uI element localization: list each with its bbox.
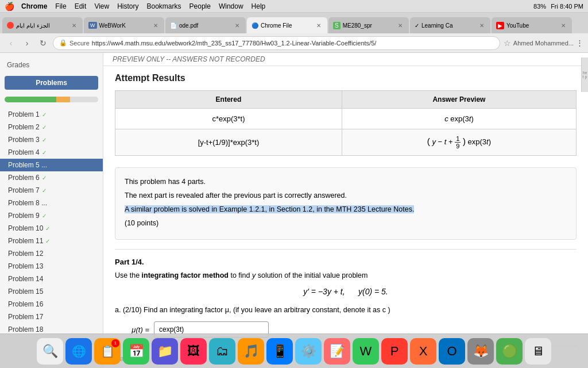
tab-youtube[interactable]: ▶ YouTube ✕ bbox=[492, 17, 572, 33]
dock-icon13[interactable]: P bbox=[381, 338, 408, 365]
menu-dots[interactable]: ⋮ bbox=[576, 39, 583, 47]
reload-button[interactable]: ↻ bbox=[37, 37, 49, 49]
dock-icon9[interactable]: 📱 bbox=[266, 338, 293, 365]
forward-button[interactable]: › bbox=[21, 37, 33, 49]
menu-edit[interactable]: Edit bbox=[75, 2, 87, 10]
tab-me280[interactable]: S ME280_spr ✕ bbox=[328, 17, 409, 33]
problems-button[interactable]: Problems bbox=[5, 76, 98, 90]
menubar: 🍎 Chrome File Edit View History Bookmark… bbox=[0, 0, 588, 13]
tab-chrome-file[interactable]: 🔵 Chrome File ✕ bbox=[247, 17, 327, 33]
sidebar-item-problem5[interactable]: Problem 5 ... bbox=[0, 159, 103, 171]
problem7-label: Problem 7 bbox=[8, 186, 40, 194]
problem15-label: Problem 15 bbox=[8, 288, 43, 296]
dock-icon5[interactable]: 📁 bbox=[152, 338, 178, 365]
sidebar-item-problem4[interactable]: Problem 4 ✓ bbox=[0, 146, 103, 159]
part1-desc: Use the integrating factor method to fin… bbox=[115, 270, 577, 281]
sidebar-item-problem8[interactable]: Problem 8 ... bbox=[0, 197, 103, 209]
url-box[interactable]: 🔒 Secure https://ww4.math.msu.edu/webwor… bbox=[53, 36, 500, 50]
tab-ode[interactable]: 📄 ode.pdf ✕ bbox=[165, 17, 246, 33]
menu-view[interactable]: View bbox=[94, 2, 109, 10]
sidebar-item-problem2[interactable]: Problem 2 ✓ bbox=[0, 121, 103, 133]
menu-window[interactable]: Window bbox=[219, 2, 243, 10]
dock-icon15[interactable]: O bbox=[439, 338, 465, 365]
tab-1[interactable]: الجزء ايام ايام ✕ bbox=[2, 17, 83, 33]
tab-webwork[interactable]: W WeBWorK ✕ bbox=[84, 17, 164, 33]
dock-icon11[interactable]: 📝 bbox=[324, 338, 350, 365]
tab-close-learning[interactable]: ✕ bbox=[478, 21, 486, 29]
problem1-check: ✓ bbox=[42, 112, 47, 118]
dock: 🔍 🌐 📋 1 📅 📁 🖼 🗂 🎵 📱 ⚙️ 📝 W P X O 🦊 🟢 🖥 bbox=[0, 334, 588, 368]
tab-close-ode[interactable]: ✕ bbox=[233, 21, 241, 29]
dock-icon16[interactable]: 🦊 bbox=[467, 338, 494, 365]
sidebar-item-problem3[interactable]: Problem 3 ✓ bbox=[0, 133, 103, 146]
sidebar-item-problem17[interactable]: Problem 17 bbox=[0, 310, 103, 323]
menu-history[interactable]: History bbox=[117, 2, 138, 10]
menu-file[interactable]: File bbox=[55, 2, 66, 10]
sidebar-item-problem9[interactable]: Problem 9 ✓ bbox=[0, 209, 103, 222]
dock-icon18[interactable]: 🖥 bbox=[525, 338, 551, 365]
problem16-label: Problem 16 bbox=[8, 300, 43, 308]
bookmark-star[interactable]: ☆ bbox=[504, 39, 511, 48]
battery-status: 83% bbox=[533, 3, 546, 10]
problem13-label: Problem 13 bbox=[8, 262, 43, 270]
apple-menu[interactable]: 🍎 bbox=[5, 2, 14, 11]
menubar-right: 83% Fri 8:40 PM bbox=[533, 3, 583, 10]
dock-chrome[interactable]: 🌐 bbox=[65, 338, 92, 365]
problem6-check: ✓ bbox=[42, 175, 47, 181]
problem14-label: Problem 14 bbox=[8, 275, 43, 283]
dock-badge: 1 bbox=[111, 339, 119, 347]
problem17-label: Problem 17 bbox=[8, 313, 43, 321]
dock-icon10[interactable]: ⚙️ bbox=[295, 338, 322, 365]
dock-icon6[interactable]: 🖼 bbox=[180, 338, 207, 365]
dock-icon14[interactable]: X bbox=[410, 338, 436, 365]
sidebar-item-problem14[interactable]: Problem 14 bbox=[0, 273, 103, 285]
problem3-label: Problem 3 bbox=[8, 136, 40, 144]
dock-icon8[interactable]: 🎵 bbox=[238, 338, 264, 365]
problem2-label: Problem 2 bbox=[8, 123, 40, 131]
parts-text: This problem has 4 parts. bbox=[125, 176, 567, 187]
sidebar-item-problem16[interactable]: Problem 16 bbox=[0, 298, 103, 310]
dock-icon7[interactable]: 🗂 bbox=[209, 338, 235, 365]
sidebar-item-problem15[interactable]: Problem 15 bbox=[0, 285, 103, 298]
sidebar-item-problem12[interactable]: Problem 12 bbox=[0, 247, 103, 260]
sidebar-item-problem7[interactable]: Problem 7 ✓ bbox=[0, 184, 103, 197]
problem1-label: Problem 1 bbox=[8, 110, 40, 118]
lecture-highlight: A similar problem is solved in Example 1… bbox=[125, 205, 414, 213]
dock-icon4[interactable]: 📅 bbox=[123, 338, 149, 365]
lock-icon: 🔒 bbox=[59, 39, 67, 47]
sidebar-item-problem1[interactable]: Problem 1 ✓ bbox=[0, 108, 103, 121]
dock-icon17[interactable]: 🟢 bbox=[496, 338, 523, 365]
dock-icon3[interactable]: 📋 1 bbox=[94, 338, 121, 365]
preview-1: c exp(3t) bbox=[342, 109, 576, 129]
sidebar-item-problem11[interactable]: Problem 11 ✓ bbox=[0, 235, 103, 247]
problem11-check: ✓ bbox=[45, 238, 50, 244]
tab-close-1[interactable]: ✕ bbox=[70, 21, 78, 29]
dock-finder[interactable]: 🔍 bbox=[37, 338, 63, 365]
tab-close-webwork[interactable]: ✕ bbox=[152, 21, 160, 29]
sidebar-item-problem10[interactable]: Problem 10 ✓ bbox=[0, 222, 103, 235]
tab-close-chrome[interactable]: ✕ bbox=[315, 21, 323, 29]
tab-close-me280[interactable]: ✕ bbox=[396, 21, 404, 29]
urlbar: ‹ › ↻ 🔒 Secure https://ww4.math.msu.edu/… bbox=[0, 33, 588, 53]
problem3-check: ✓ bbox=[42, 137, 47, 143]
tab-learning[interactable]: ✓ Learning Ca ✕ bbox=[410, 17, 490, 33]
table-row-2: [y-t+(1/9)]*exp(3*t) ( y − t + 1 9 ) exp… bbox=[115, 129, 577, 156]
user-name: Ahmed Mohammed... bbox=[513, 40, 574, 47]
progress-bar-container bbox=[5, 97, 98, 102]
sidebar: Grades Problems Problem 1 ✓ Problem 2 ✓ … bbox=[0, 53, 103, 368]
menu-chrome[interactable]: Chrome bbox=[21, 2, 47, 10]
points-text: (10 points) bbox=[125, 217, 567, 229]
dock-icon12[interactable]: W bbox=[353, 338, 379, 365]
bold-integrating: integrating factor method bbox=[142, 271, 229, 279]
clock: Fri 8:40 PM bbox=[551, 3, 583, 10]
main-layout: Grades Problems Problem 1 ✓ Problem 2 ✓ … bbox=[0, 53, 588, 368]
back-button[interactable]: ‹ bbox=[5, 37, 17, 49]
menu-people[interactable]: People bbox=[189, 2, 211, 10]
sidebar-item-problem13[interactable]: Problem 13 bbox=[0, 260, 103, 273]
right-edge-panel: het p bbox=[581, 57, 588, 92]
tab-close-youtube[interactable]: ✕ bbox=[559, 21, 567, 29]
sidebar-item-problem6[interactable]: Problem 6 ✓ bbox=[0, 171, 103, 184]
menu-help[interactable]: Help bbox=[252, 2, 266, 10]
secure-label: Secure bbox=[69, 40, 90, 47]
menu-bookmarks[interactable]: Bookmarks bbox=[147, 2, 181, 10]
